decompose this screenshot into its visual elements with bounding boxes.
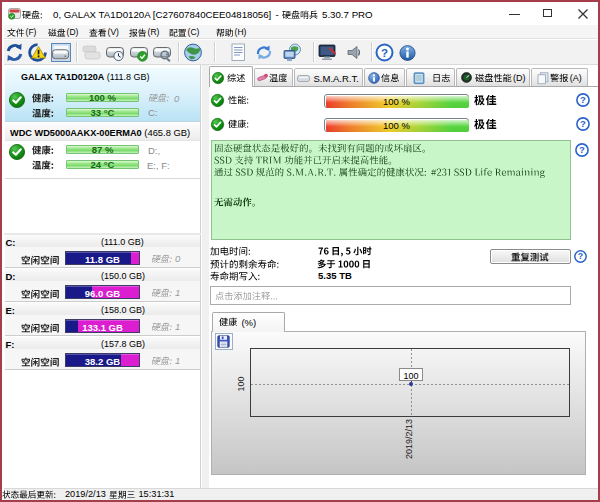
svg-text:?: ? [381, 47, 388, 59]
svg-text:?: ? [579, 144, 585, 155]
svg-text:?: ? [580, 118, 586, 129]
svg-text:?: ? [578, 251, 583, 261]
svg-text:?: ? [580, 94, 586, 105]
